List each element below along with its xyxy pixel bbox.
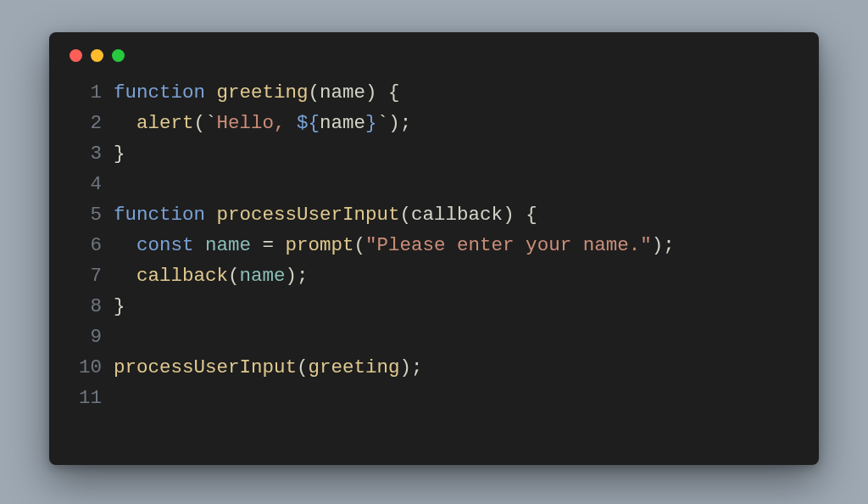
token: name (320, 81, 365, 104)
line-number: 10 (49, 352, 114, 383)
line-source[interactable]: processUserInput(greeting); (114, 352, 819, 383)
editor-window: 1function greeting(name) {2 alert(`Hello… (49, 32, 819, 465)
code-line[interactable]: 1function greeting(name) { (49, 77, 819, 108)
token (114, 265, 136, 287)
token: processUserInput (114, 356, 297, 378)
line-number: 11 (49, 383, 114, 413)
line-number: 3 (49, 138, 114, 169)
line-source[interactable]: callback(name); (114, 260, 819, 291)
token: ); (388, 112, 411, 134)
token: ); (652, 234, 675, 256)
token: = (251, 234, 286, 256)
token: ( (309, 81, 320, 104)
line-number: 2 (49, 108, 114, 138)
line-source[interactable] (114, 169, 819, 199)
token: greeting (217, 81, 309, 104)
token (114, 112, 136, 134)
minimize-icon[interactable] (91, 49, 103, 62)
line-number: 5 (49, 199, 114, 230)
token: } (114, 143, 125, 165)
token: greeting (309, 356, 400, 378)
line-number: 9 (49, 322, 114, 352)
token: prompt (286, 234, 354, 256)
token: ` (377, 112, 389, 134)
line-number: 6 (49, 230, 114, 260)
line-source[interactable]: } (114, 291, 819, 322)
token: ( (354, 234, 366, 256)
code-line[interactable]: 10processUserInput(greeting); (49, 352, 819, 383)
line-number: 1 (49, 77, 114, 108)
token: alert (136, 112, 194, 134)
window-traffic-lights (49, 32, 819, 62)
token: ) { (503, 204, 537, 226)
line-number: 8 (49, 291, 114, 322)
code-line[interactable]: 6 const name = prompt("Please enter your… (49, 230, 819, 260)
line-source[interactable]: function greeting(name) { (114, 77, 819, 108)
token: ( (228, 265, 240, 287)
token: function (114, 204, 217, 226)
line-source[interactable] (114, 383, 819, 413)
token: ( (400, 204, 412, 226)
code-line[interactable]: 7 callback(name); (49, 260, 819, 291)
code-line[interactable]: 8} (49, 291, 819, 322)
code-line[interactable]: 4 (49, 169, 819, 199)
code-line[interactable]: 3} (49, 138, 819, 169)
close-icon[interactable] (70, 49, 82, 62)
token: ); (400, 356, 423, 378)
line-source[interactable]: alert(`Hello, ${name}`); (114, 108, 819, 138)
token: callback (411, 204, 503, 226)
line-source[interactable]: const name = prompt("Please enter your n… (114, 230, 819, 260)
token: ${ (297, 112, 320, 134)
code-area[interactable]: 1function greeting(name) {2 alert(`Hello… (49, 62, 819, 413)
token: Hello, (217, 112, 298, 134)
code-line[interactable]: 5function processUserInput(callback) { (49, 199, 819, 230)
token: } (365, 112, 377, 134)
token: name (205, 234, 251, 256)
token: function (114, 81, 217, 104)
token: callback (136, 265, 228, 287)
token: "Please enter your name." (365, 234, 652, 256)
token: name (320, 112, 365, 134)
line-source[interactable] (114, 322, 819, 352)
line-number: 7 (49, 260, 114, 291)
token: ( (194, 112, 206, 134)
code-line[interactable]: 11 (49, 383, 819, 413)
token: ) { (365, 81, 400, 104)
token: name (240, 265, 286, 287)
line-number: 4 (49, 169, 114, 199)
token: } (114, 295, 125, 317)
token (114, 234, 136, 256)
token: ` (205, 112, 217, 134)
zoom-icon[interactable] (112, 49, 125, 62)
token: const (136, 234, 205, 256)
token: ); (286, 265, 309, 287)
line-source[interactable]: function processUserInput(callback) { (114, 199, 819, 230)
token: processUserInput (217, 204, 400, 226)
code-line[interactable]: 2 alert(`Hello, ${name}`); (49, 108, 819, 138)
code-line[interactable]: 9 (49, 322, 819, 352)
token: ( (297, 356, 309, 378)
line-source[interactable]: } (114, 138, 819, 169)
